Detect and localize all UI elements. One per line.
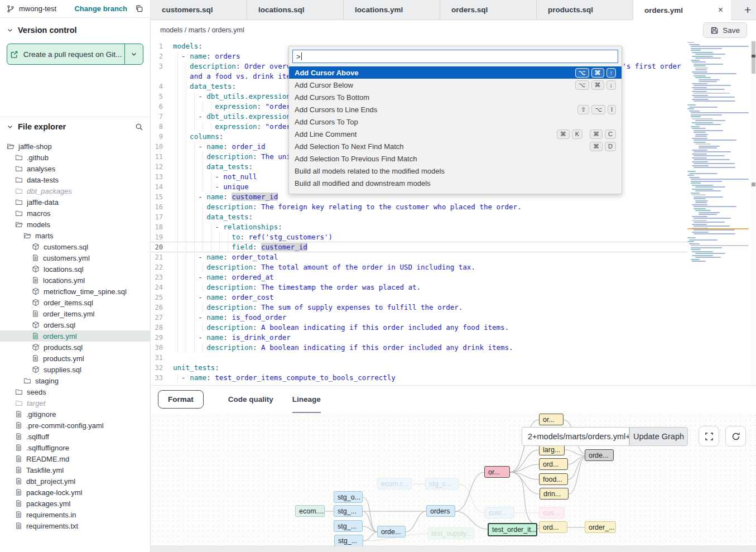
lineage-node-cus-ghost[interactable]: cus... bbox=[539, 507, 565, 519]
file-tree-item[interactable]: products.yml bbox=[0, 353, 150, 364]
file-tree-item[interactable]: jaffle-data bbox=[0, 196, 150, 208]
editor-tab[interactable]: locations.yml bbox=[344, 0, 440, 20]
lineage-node-ecom-source[interactable]: ecom.... bbox=[295, 505, 325, 517]
file-tree-item[interactable]: .sqlfluffignore bbox=[0, 442, 150, 453]
lineage-graph[interactable]: or...larg...ord...food...drin...orde...o… bbox=[151, 413, 756, 546]
file-tree-item[interactable]: staging bbox=[0, 375, 150, 386]
file-tree-item[interactable]: products.sql bbox=[0, 342, 150, 353]
pr-dropdown-button[interactable] bbox=[124, 44, 143, 64]
file-tree-item[interactable]: metricflow_time_spine.sql bbox=[0, 286, 150, 297]
key-cap: ⌥ bbox=[575, 68, 589, 78]
update-graph-button[interactable]: Update Graph bbox=[629, 427, 688, 446]
editor-tab[interactable]: products.sql bbox=[537, 0, 633, 20]
lineage-node-orders-top[interactable]: or... bbox=[539, 414, 564, 425]
command-palette-item[interactable]: Add Cursor Below⌥⌘↓ bbox=[289, 79, 622, 91]
lineage-node-order-soft[interactable]: order_... bbox=[585, 521, 616, 533]
lineage-node-test-order-items[interactable]: test_order_it... bbox=[488, 523, 537, 536]
lineage-filter-input[interactable]: 2+models/marts/orders.yml+ bbox=[522, 427, 629, 446]
file-tree-item[interactable]: dbt_packages bbox=[0, 185, 150, 196]
version-control-header[interactable]: Version control bbox=[0, 26, 150, 35]
file-tree-item[interactable]: Taskfile.yml bbox=[0, 464, 150, 476]
lineage-node-orders-pink[interactable]: or... bbox=[484, 466, 510, 478]
file-tree-item[interactable]: macros bbox=[0, 208, 150, 219]
file-tree-item[interactable]: marts bbox=[0, 230, 150, 241]
command-palette-item[interactable]: Add Line Comment⌘K⌘C bbox=[289, 128, 622, 140]
minimap-line bbox=[692, 118, 712, 119]
lineage-node-order-items[interactable]: orde... bbox=[377, 526, 406, 537]
close-icon[interactable]: × bbox=[718, 5, 723, 15]
refresh-button[interactable] bbox=[725, 426, 746, 447]
file-tree-item[interactable]: locations.yml bbox=[0, 275, 150, 286]
create-pr-button[interactable]: Create a pull request on Git... bbox=[7, 44, 143, 65]
file-tree-item[interactable]: .sqlfluff bbox=[0, 431, 150, 442]
format-button[interactable]: Format bbox=[158, 390, 204, 409]
lineage-node-orders[interactable]: orders bbox=[426, 505, 455, 517]
file-tree-item[interactable]: models bbox=[0, 219, 150, 230]
command-palette-item[interactable]: Build all models related to the modified… bbox=[289, 165, 622, 177]
tab-code-quality[interactable]: Code quality bbox=[228, 386, 273, 414]
editor-tab[interactable]: orders.sql bbox=[440, 0, 537, 20]
file-tree-item[interactable]: seeds bbox=[0, 386, 150, 397]
command-palette-item[interactable]: Add Cursors To Top bbox=[289, 116, 622, 128]
command-palette-item[interactable]: Build all modified and downstream models bbox=[289, 177, 622, 189]
lineage-node-ecom-raw-ghost[interactable]: ecom.r... bbox=[377, 478, 412, 489]
file-tree-item[interactable]: dbt_project.yml bbox=[0, 476, 150, 487]
lineage-node-stg-3[interactable]: stg_... bbox=[334, 535, 363, 546]
file-tree-item[interactable]: locations.sql bbox=[0, 263, 150, 275]
file-tree-item[interactable]: requirements.in bbox=[0, 509, 150, 520]
minimap[interactable] bbox=[687, 42, 750, 282]
editor-scrollbar[interactable] bbox=[751, 40, 756, 385]
file-tree-item[interactable]: order_items.yml bbox=[0, 308, 150, 319]
lineage-node-stg-1[interactable]: stg_... bbox=[334, 505, 363, 517]
lineage-node-ord-soft[interactable]: ord... bbox=[539, 521, 567, 533]
file-name: customers.yml bbox=[43, 254, 90, 262]
file-tree-item[interactable]: .pre-commit-config.yaml bbox=[0, 420, 150, 431]
copy-icon[interactable] bbox=[135, 4, 143, 13]
new-tab-button[interactable]: + bbox=[739, 3, 756, 17]
file-tree-item[interactable]: README.md bbox=[0, 453, 150, 464]
search-icon[interactable] bbox=[135, 123, 143, 131]
file-tree-item[interactable]: jaffle-shop bbox=[0, 141, 150, 152]
lineage-node-drink-orders[interactable]: drin... bbox=[540, 488, 569, 500]
file-explorer-header[interactable]: File explorer bbox=[0, 117, 150, 136]
command-palette-item[interactable]: Add Selection To Next Find Match⌘D bbox=[289, 140, 622, 152]
lineage-node-order-count[interactable]: ord... bbox=[539, 458, 568, 470]
lineage-node-stg-orders[interactable]: stg_o... bbox=[334, 491, 363, 503]
lineage-node-customers-ghost[interactable]: cust... bbox=[485, 507, 514, 519]
file-tree-item[interactable]: orders.yml bbox=[0, 330, 150, 342]
file-tree-item[interactable]: supplies.sql bbox=[0, 364, 150, 375]
file-tree-item[interactable]: analyses bbox=[0, 163, 150, 174]
lineage-node-stg-customers-ghost[interactable]: stg_c... bbox=[425, 478, 459, 489]
editor-tab[interactable]: customers.sql bbox=[151, 0, 247, 20]
minimap-line bbox=[692, 52, 712, 53]
command-palette-item[interactable]: Add Cursors To Bottom bbox=[289, 91, 622, 103]
scrollbar-thumb[interactable] bbox=[752, 41, 755, 74]
lineage-node-test-supply-ghost[interactable]: test_supply... bbox=[427, 527, 474, 539]
file-tree-item[interactable]: customers.sql bbox=[0, 241, 150, 252]
file-tree-item[interactable]: packages.yml bbox=[0, 498, 150, 509]
lineage-node-stg-2[interactable]: stg_... bbox=[334, 520, 363, 532]
file-tree-item[interactable]: order_items.sql bbox=[0, 297, 150, 308]
file-tree-item[interactable]: data-tests bbox=[0, 174, 150, 185]
file-tree-item[interactable]: customers.yml bbox=[0, 252, 150, 263]
tab-lineage[interactable]: Lineage bbox=[292, 386, 321, 414]
change-branch-link[interactable]: Change branch bbox=[74, 4, 127, 13]
file-tree-item[interactable]: target bbox=[0, 397, 150, 409]
command-palette-item[interactable]: Add Cursor Above⌥⌘↑ bbox=[289, 66, 622, 79]
editor-tab[interactable]: orders.yml× bbox=[633, 0, 731, 20]
file-tree-item[interactable]: orders.sql bbox=[0, 319, 150, 330]
file-tree-item[interactable]: requirements.txt bbox=[0, 520, 150, 531]
command-palette-item[interactable]: Add Cursors to Line Ends⇧⌥I bbox=[289, 103, 622, 116]
file-tree-item[interactable]: package-lock.yml bbox=[0, 487, 150, 498]
lineage-node-orders-agg[interactable]: orde... bbox=[585, 449, 614, 461]
file-tree-item[interactable]: .github bbox=[0, 152, 150, 163]
file-tree-item[interactable]: .gitignore bbox=[0, 409, 150, 420]
command-palette-item[interactable]: Add Selection To Previous Find Match bbox=[289, 152, 622, 165]
save-button[interactable]: Save bbox=[703, 22, 747, 38]
lineage-node-food-orders[interactable]: food... bbox=[539, 473, 568, 485]
editor-tab[interactable]: locations.sql bbox=[247, 0, 344, 20]
fullscreen-button[interactable] bbox=[699, 426, 719, 447]
command-palette-input[interactable]: > bbox=[292, 50, 618, 63]
breadcrumb[interactable]: models / marts / orders.yml bbox=[160, 26, 244, 34]
bottom-scroll-strip[interactable] bbox=[151, 546, 756, 552]
